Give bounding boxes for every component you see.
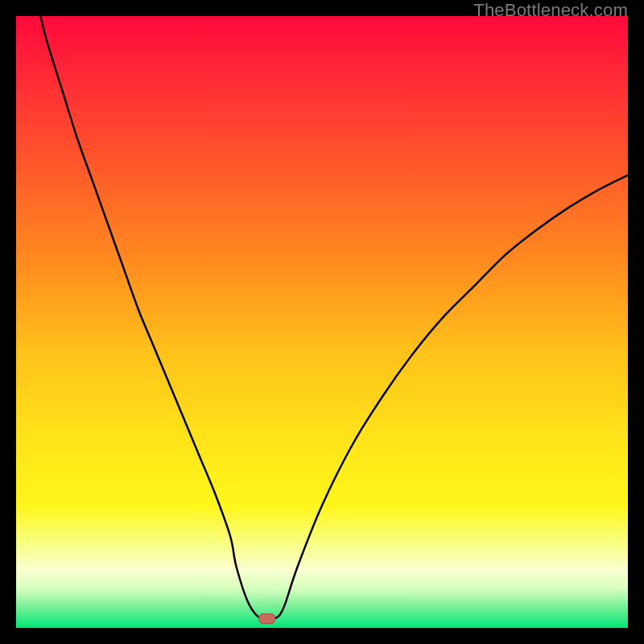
optimal-point-marker bbox=[259, 614, 275, 624]
chart-frame bbox=[16, 16, 628, 628]
bottleneck-chart bbox=[16, 16, 628, 628]
chart-background bbox=[16, 16, 628, 628]
